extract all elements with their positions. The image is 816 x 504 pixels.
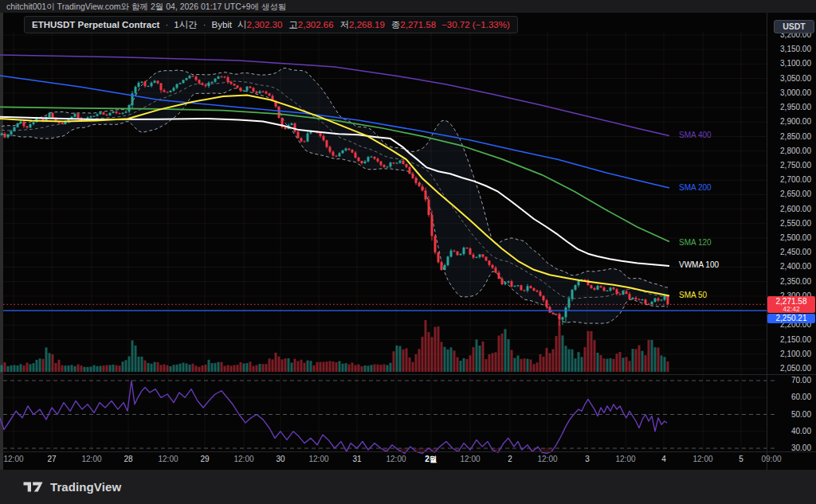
volume-bar (147, 363, 150, 372)
volume-bar (335, 362, 338, 372)
volume-bar (345, 363, 347, 372)
volume-bar (176, 365, 178, 372)
volume-bar (492, 354, 494, 373)
volume-bar (606, 359, 609, 372)
bar-countdown: 42:42 (767, 306, 815, 313)
price-axis-label: 2,750.00 (780, 162, 811, 170)
volume-bar (87, 367, 89, 372)
volume-bar (84, 367, 86, 372)
volume-bar (240, 362, 242, 372)
candle (297, 131, 300, 139)
volume-bar (418, 349, 421, 372)
volume-bar (645, 355, 647, 372)
price-axis-label: 2,400.00 (780, 263, 811, 271)
volume-bar (629, 361, 631, 372)
volume-bar (581, 357, 583, 372)
candle (294, 123, 296, 133)
volume-bar (590, 331, 593, 372)
time-axis-label: 12:00 (460, 455, 480, 463)
attribution-bar: chitchit001이 TradingView.com와 함께 2월 04, … (0, 0, 816, 13)
volume-bar (399, 346, 402, 372)
ohlc-label: 시 (237, 20, 247, 29)
volume-bar (119, 365, 121, 372)
volume-bar (651, 340, 653, 372)
volume-bar (131, 341, 134, 373)
candle (281, 117, 284, 128)
brand-name[interactable]: TradingView (50, 480, 121, 494)
volume-bar (55, 363, 57, 372)
volume-bar (383, 365, 386, 373)
volume-bar (186, 363, 188, 372)
volume-bar (495, 352, 497, 372)
indicator-axis-label: 40.00 (791, 428, 811, 436)
volume-bar (211, 363, 214, 372)
volume-bar (281, 359, 284, 372)
time-axis-label: 2 (508, 455, 512, 463)
volume-bar (284, 358, 287, 372)
volume-bar (128, 357, 131, 373)
volume-bar (68, 365, 70, 372)
volume-bar (288, 358, 290, 372)
time-axis-label: 31 (352, 455, 361, 463)
ohlc-item: 고2,302.66 (288, 19, 333, 31)
volume-bar (141, 357, 143, 372)
volume-bar (536, 362, 539, 372)
volume-bar (202, 365, 204, 372)
volume-bar (205, 365, 207, 372)
volume-bar (543, 357, 545, 372)
time-axis-label: 12:00 (386, 455, 406, 463)
symbol-legend[interactable]: ETHUSDT Perpetual Contract · 1시간 · Bybit… (24, 16, 518, 33)
time-axis-label: 3 (585, 455, 590, 463)
volume-bar (393, 351, 395, 372)
volume-bar (256, 365, 258, 373)
volume-bar (597, 353, 599, 372)
volume-bar (304, 363, 306, 372)
price-axis-label: 3,050.00 (780, 75, 811, 83)
volume-bar (508, 339, 510, 372)
price-axis-label: 2,450.00 (780, 248, 811, 256)
currency-button[interactable]: USDT (774, 20, 814, 33)
volume-bar (584, 347, 586, 372)
ohlc-value: 2,302.66 (298, 20, 334, 29)
candle (667, 295, 669, 306)
sma-400-label: SMA 400 (679, 131, 712, 139)
volume-bar (253, 366, 255, 373)
volume-bar (568, 350, 571, 372)
volume-bar (10, 365, 13, 372)
tradingview-embed: chitchit001이 TradingView.com와 함께 2월 04, … (0, 0, 816, 504)
volume-bar (297, 361, 300, 373)
volume-bar (246, 363, 249, 372)
chart-canvas[interactable] (0, 0, 816, 504)
volume-bar (26, 362, 29, 372)
volume-bar (163, 365, 166, 372)
volume-bar (20, 364, 22, 372)
volume-bar (348, 365, 351, 373)
price-axis-label: 2,700.00 (780, 176, 811, 184)
candle (29, 123, 32, 128)
volume-bar (80, 365, 83, 372)
volume-bar (428, 332, 430, 372)
volume-bar (109, 365, 112, 372)
price-axis-label: 2,150.00 (780, 336, 811, 344)
price-axis-label: 2,600.00 (780, 205, 811, 213)
volume-bar (262, 364, 265, 372)
volume-bar (221, 362, 223, 372)
volume-bar (520, 359, 523, 372)
volume-bar (648, 340, 650, 372)
volume-bar (307, 361, 309, 372)
volume-bar (549, 354, 551, 373)
volume-bar (457, 357, 459, 373)
volume-bar (74, 366, 76, 372)
volume-bar (14, 365, 16, 373)
volume-bar (476, 339, 478, 372)
volume-bar (361, 366, 363, 372)
price-axis-label: 2,550.00 (780, 220, 811, 228)
volume-bar (485, 359, 488, 372)
tradingview-logo[interactable] (22, 479, 44, 494)
time-axis-label: 4 (661, 455, 666, 463)
last-price-tag: 2,271.58 42:42 (767, 296, 815, 313)
sma-120-label: SMA 120 (679, 239, 712, 247)
candle (469, 248, 472, 256)
volume-bar (517, 356, 520, 373)
vwma-100-label: VWMA 100 (679, 261, 719, 269)
